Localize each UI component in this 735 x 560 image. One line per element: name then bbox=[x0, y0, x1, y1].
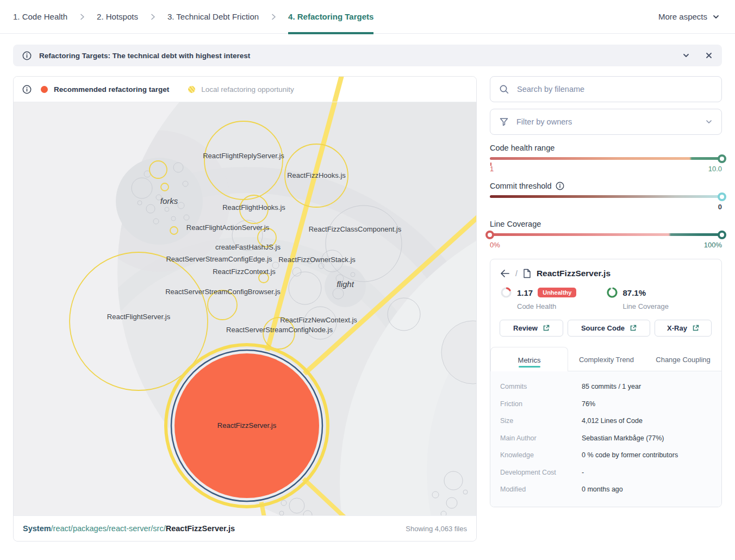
chevron-down-icon bbox=[712, 13, 720, 21]
tab-technical-debt-friction[interactable]: 3. Technical Debt Friction bbox=[167, 0, 259, 34]
file-icon bbox=[523, 269, 531, 278]
code-health-range-label: Code health range bbox=[490, 144, 722, 152]
file-bubble-label: ReactFizzOwnerStack.js bbox=[278, 256, 356, 264]
path-file-label: ReactFizzServer.js bbox=[166, 524, 235, 533]
dependency-line-decoration bbox=[331, 77, 345, 102]
back-arrow-icon[interactable] bbox=[500, 269, 510, 278]
breadcrumb: 1. Code Health 2. Hotspots 3. Technical … bbox=[13, 0, 373, 34]
file-bubble-label: ReactFlightHooks.js bbox=[222, 203, 285, 211]
tab-change-coupling[interactable]: Change Coupling bbox=[645, 347, 721, 371]
recommended-target-dot-icon bbox=[41, 86, 48, 93]
table-row: Main Author Sebastian Markbåge (77%) bbox=[490, 430, 721, 447]
file-bubble-label: ReactFlightReplyServer.js bbox=[203, 152, 284, 160]
metric-value: - bbox=[582, 468, 584, 478]
file-bubble-label: ReactFlightActionServer.js bbox=[186, 223, 270, 232]
line-coverage-slider-handle-max[interactable] bbox=[718, 231, 726, 239]
table-row: Size 4,012 Lines of Code bbox=[490, 413, 721, 430]
cluster-label: flight bbox=[337, 279, 354, 289]
external-link-icon bbox=[692, 325, 699, 332]
tab-complexity-trend[interactable]: Complexity Trend bbox=[568, 347, 645, 371]
metric-value: 0 months ago bbox=[582, 485, 623, 495]
file-bubble-label: ReactFlightServer.js bbox=[107, 313, 171, 321]
chart-legend: Recommended refactoring target Local ref… bbox=[14, 77, 476, 102]
search-box[interactable] bbox=[490, 76, 722, 102]
line-coverage-min: 0% bbox=[490, 241, 500, 249]
line-coverage-slider[interactable] bbox=[490, 233, 722, 236]
tab-metrics[interactable]: Metrics bbox=[490, 347, 568, 371]
search-input[interactable] bbox=[517, 85, 713, 94]
chevron-right-icon bbox=[150, 14, 156, 20]
file-card-tabs: Metrics Complexity Trend Change Coupling bbox=[490, 347, 721, 371]
metric-value: 4,012 Lines of Code bbox=[582, 416, 643, 426]
search-icon bbox=[499, 84, 509, 95]
table-row: Commits 85 commits / 1 year bbox=[490, 378, 721, 396]
more-aspects-dropdown[interactable]: More aspects bbox=[658, 12, 720, 21]
owners-filter-dropdown[interactable]: Filter by owners bbox=[490, 109, 722, 135]
local-opportunity-dot-icon bbox=[188, 86, 195, 93]
file-bubble-label: ReactFizzHooks.js bbox=[287, 171, 346, 179]
refactoring-targets-page: 1. Code Health 2. Hotspots 3. Technical … bbox=[0, 0, 735, 560]
bubble-chart[interactable]: forks flight ReactFlightReplyServer.js R… bbox=[14, 102, 476, 515]
file-bubble-label: ReactFizzContext.js bbox=[213, 267, 276, 276]
file-bubble-label: ReactServerStreamConfigBrowser.js bbox=[165, 288, 281, 296]
chevron-right-icon bbox=[270, 14, 277, 20]
code-health-min: 1 bbox=[490, 165, 494, 173]
line-coverage-value: 87.1% bbox=[623, 288, 646, 297]
external-link-icon bbox=[630, 325, 637, 332]
review-button-label: Review bbox=[513, 324, 538, 332]
line-coverage-caption: Line Coverage bbox=[623, 302, 712, 310]
slider-tick bbox=[490, 163, 491, 166]
file-detail-card: / ReactFizzServer.js 1.17 Unhealthy Code… bbox=[490, 259, 722, 507]
source-code-button[interactable]: Source Code bbox=[568, 320, 650, 337]
info-icon[interactable] bbox=[556, 182, 564, 190]
metric-label: Main Author bbox=[500, 434, 582, 444]
line-coverage-slider-handle-min[interactable] bbox=[485, 231, 494, 239]
code-health-stat: 1.17 Unhealthy Code Health bbox=[500, 287, 606, 310]
xray-button[interactable]: X-Ray bbox=[655, 320, 712, 337]
code-health-slider[interactable] bbox=[490, 157, 722, 160]
bubble-chart-panel: Recommended refactoring target Local ref… bbox=[13, 76, 477, 542]
metric-value: 0 % code by former contributors bbox=[582, 451, 678, 461]
path-dirs-link[interactable]: /react/packages/react-server/src/ bbox=[51, 524, 166, 533]
review-button[interactable]: Review bbox=[500, 320, 563, 337]
top-nav: 1. Code Health 2. Hotspots 3. Technical … bbox=[0, 0, 735, 34]
external-link-icon bbox=[543, 325, 550, 332]
line-coverage-gauge-icon bbox=[606, 287, 618, 298]
commit-threshold-slider-handle[interactable] bbox=[718, 192, 726, 201]
path-system-link[interactable]: System bbox=[23, 524, 51, 533]
code-health-caption: Code Health bbox=[517, 302, 606, 310]
commit-threshold-slider[interactable] bbox=[490, 195, 722, 198]
code-health-value: 1.17 bbox=[517, 288, 533, 297]
commit-threshold-label: Commit threshold bbox=[490, 182, 722, 190]
tab-hotspots[interactable]: 2. Hotspots bbox=[97, 0, 138, 34]
code-health-max: 10.0 bbox=[708, 165, 722, 173]
file-bubble-label: ReactServerStreamConfigNode.js bbox=[226, 326, 333, 334]
chevron-down-icon bbox=[705, 118, 713, 126]
metric-value: Sebastian Markbåge (77%) bbox=[582, 434, 664, 444]
line-coverage-label: Line Coverage bbox=[490, 220, 722, 228]
more-aspects-label: More aspects bbox=[658, 12, 707, 21]
tab-code-health[interactable]: 1. Code Health bbox=[13, 0, 67, 34]
code-health-slider-handle[interactable] bbox=[718, 154, 726, 163]
metric-label: Development Cost bbox=[500, 468, 582, 478]
forks-cluster-circle[interactable] bbox=[116, 158, 203, 245]
info-icon[interactable] bbox=[22, 85, 32, 94]
file-bubble-label: createFastHashJS.js bbox=[215, 243, 281, 251]
chevron-right-icon bbox=[79, 14, 85, 20]
table-row: Friction 76% bbox=[490, 396, 721, 413]
code-health-gauge-icon bbox=[500, 287, 512, 298]
metric-value: 76% bbox=[582, 400, 595, 409]
commit-threshold-value: 0 bbox=[718, 203, 722, 211]
table-row: Modified 0 months ago bbox=[490, 481, 721, 499]
close-icon[interactable] bbox=[705, 52, 713, 59]
tab-refactoring-targets[interactable]: 4. Refactoring Targets bbox=[288, 0, 373, 34]
metric-label: Friction bbox=[500, 400, 582, 409]
file-bubble-label: ReactFizzNewContext.js bbox=[280, 316, 357, 324]
owners-filter-placeholder: Filter by owners bbox=[516, 117, 697, 126]
file-bubble-label: ReactServerStreamConfigEdge.js bbox=[166, 255, 272, 263]
chart-footer: System/react/packages/react-server/src/R… bbox=[14, 515, 476, 541]
line-coverage-stat: 87.1% Line Coverage bbox=[606, 287, 712, 310]
filter-sidebar: Filter by owners Code health range 1 10.… bbox=[490, 76, 722, 507]
metric-value: 85 commits / 1 year bbox=[582, 382, 641, 392]
banner-collapse-button[interactable] bbox=[682, 52, 690, 59]
